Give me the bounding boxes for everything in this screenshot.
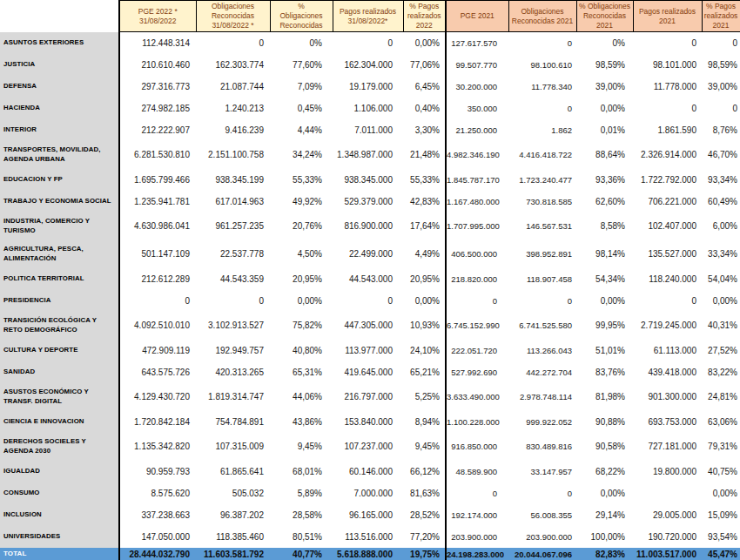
cell: 0,40% [403,98,446,119]
row-label: TRANSPORTES, MOVILIDAD, AGENDA URBANA [0,141,119,169]
cell: 0 [446,482,508,504]
cell: 730.818.585 [508,191,576,213]
cell: 274.982.185 [119,98,196,119]
cell: 118.907.458 [508,268,576,290]
cell: 54,04% [702,268,740,290]
cell: 60,49% [702,191,740,213]
row-label: AGRICULTURA, PESCA, ALIMENTACIÓN [0,240,119,268]
cell: 9.416.239 [196,119,270,141]
cell: 0,45% [270,98,333,119]
cell: 0 [508,32,576,54]
cell: 20,76% [270,213,333,240]
cell: 1.235.941.781 [119,191,196,213]
row-label: TRABAJO Y ECONOMIA SOCIAL [0,191,119,213]
cell: 1.106.000 [333,98,403,119]
column-header: Pagos realizados 2021 [633,1,702,32]
cell: 1.240.213 [196,98,270,119]
table-row: TRABAJO Y ECONOMIA SOCIAL1.235.941.78161… [0,191,740,213]
cell: 2.978.748.114 [508,383,576,411]
column-header: Pagos realizados 31/08/2022* [333,1,403,32]
row-label: IGUALDAD [0,461,119,482]
cell: 113.977.000 [333,340,403,361]
cell: 61.865.641 [196,461,270,482]
cell: 6.741.525.580 [508,312,576,340]
table-row: EDUCACION Y FP1.695.799.466938.345.19955… [0,169,740,191]
cell: 0 [702,32,740,54]
cell: 0 [446,290,508,312]
cell: 48.589.900 [446,461,508,482]
cell: 961.257.235 [196,213,270,240]
cell: 527.992.690 [446,361,508,383]
cell: 1.720.842.184 [119,411,196,433]
table-row: HACIENDA274.982.1851.240.2130,45%1.106.0… [0,98,740,119]
cell: 11.003.517.000 [633,548,702,560]
cell: 0,00% [576,482,633,504]
cell: 61.113.000 [633,340,702,361]
cell: 40,75% [702,461,740,482]
cell: 4,50% [270,240,333,268]
cell: 77,06% [403,54,446,76]
row-label: ASUSTOS ECONÓMICO Y TRANSF. DIGITAL [0,383,119,411]
row-label: CIENCIA E INNOVACION [0,411,119,433]
cell: 21.087.744 [196,76,270,98]
cell: 44,06% [270,383,333,411]
cell: 65,21% [403,361,446,383]
cell: 4,44% [270,119,333,141]
cell: 40,77% [270,548,333,560]
cell: 1.861.590 [633,119,702,141]
cell: 49,92% [270,191,333,213]
row-label: DEFENSA [0,76,119,98]
row-label: JUSTICIA [0,54,119,76]
cell: 916.850.000 [446,433,508,461]
cell: 0% [270,32,333,54]
cell: 501.147.109 [119,240,196,268]
cell: 15,09% [702,504,740,526]
cell: 66,12% [403,461,446,482]
cell: 24.198.283.000 [446,548,508,560]
table-row: CIENCIA E INNOVACION1.720.842.184754.784… [0,411,740,433]
cell: 162.303.774 [196,54,270,76]
column-header: PGE 2022 * 31/08/2022 [119,1,196,32]
cell: 127.617.570 [446,32,508,54]
cell: 40,80% [270,340,333,361]
cell: 3.102.913.527 [196,312,270,340]
table-row: PRESIDENCIA000,00%00,00%000,00%00,00% [0,290,740,312]
cell: 210.610.460 [119,54,196,76]
cell: 24,81% [702,383,740,411]
table-row: TRANSICIÓN ECOLÓGICA Y RETO DEMOGRÁFICO4… [0,312,740,340]
cell: 20,95% [403,268,446,290]
cell: 212.222.907 [119,119,196,141]
cell: 146.567.531 [508,213,576,240]
cell: 1.135.342.820 [119,433,196,461]
cell: 442.272.704 [508,361,576,383]
table-row: CULTURA Y DEPORTE472.909.119192.949.7574… [0,340,740,361]
cell: 1.862 [508,119,576,141]
cell: 80,51% [270,526,333,548]
cell: 93,36% [576,169,633,191]
cell: 350.000 [446,98,508,119]
cell: 0,00% [702,482,740,504]
row-label: INCLUSION [0,504,119,526]
cell: 24,10% [403,340,446,361]
cell: 1.348.987.000 [333,141,403,169]
cell: 99.507.770 [446,54,508,76]
cell: 218.820.000 [446,268,508,290]
cell: 222.051.720 [446,340,508,361]
table-row: DERECHOS SOCIELES Y AGENDA 20301.135.342… [0,433,740,461]
cell: 190.720.000 [633,526,702,548]
cell: 28,58% [270,504,333,526]
cell: 43,86% [270,411,333,433]
cell: 27,52% [702,340,740,361]
cell: 0 [508,482,576,504]
cell: 22.499.000 [333,240,403,268]
cell: 1.707.995.000 [446,213,508,240]
cell: 4.416.418.722 [508,141,576,169]
cell: 7,09% [270,76,333,98]
cell: 693.753.000 [633,411,702,433]
table-body: ASUNTOS EXTERIORES112.448.31400%00,00%12… [0,32,740,560]
table-row: INDUSTRIA, COMERCIO Y TURISMO4.630.986.0… [0,213,740,240]
cell: 4.982.346.190 [446,141,508,169]
cell: 1.695.799.466 [119,169,196,191]
cell: 96.165.000 [333,504,403,526]
cell: 34,24% [270,141,333,169]
